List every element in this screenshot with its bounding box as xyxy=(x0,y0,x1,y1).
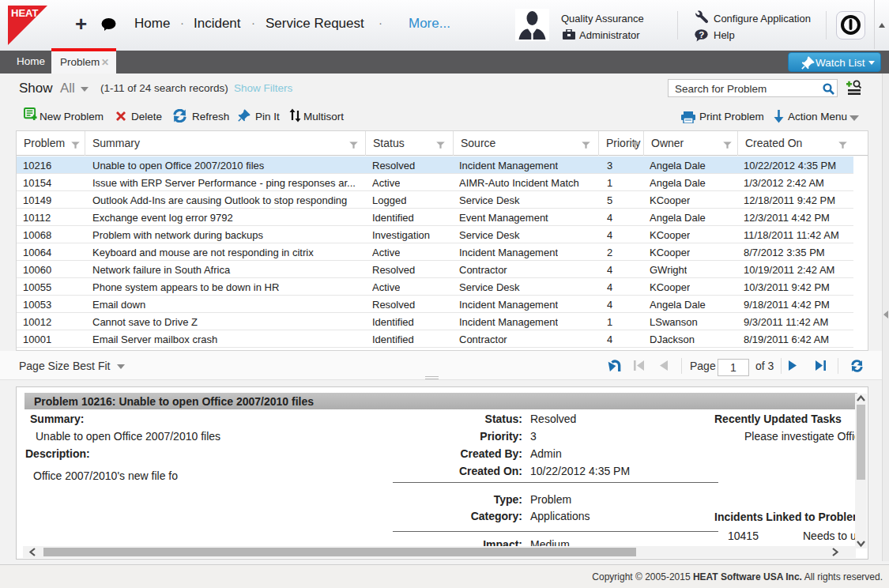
svg-text:?: ? xyxy=(699,30,704,40)
svg-text:HEAT: HEAT xyxy=(11,7,38,19)
